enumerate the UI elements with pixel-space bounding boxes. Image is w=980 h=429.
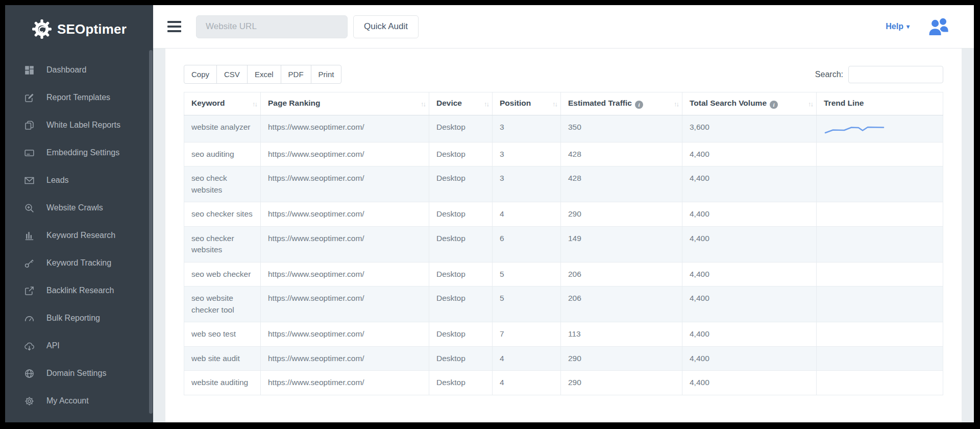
cell-position: 3 (493, 142, 561, 166)
sidebar-item-my-account[interactable]: My Account (5, 387, 153, 415)
table-row[interactable]: web site audit https://www.seoptimer.com… (184, 346, 943, 370)
table-row[interactable]: seo checker websites https://www.seoptim… (184, 226, 943, 262)
keyword-tracking-panel: CopyCSVExcelPDFPrint Search: Keyword ↑↓ … (165, 49, 962, 422)
table-row[interactable]: website auditing https://www.seoptimer.c… (184, 371, 943, 395)
cell-page-ranking: https://www.seoptimer.com/ (261, 262, 429, 286)
quick-audit-button[interactable]: Quick Audit (353, 15, 419, 38)
table-row[interactable]: seo auditing https://www.seoptimer.com/ … (184, 142, 943, 166)
sidebar-item-label: Keyword Tracking (46, 258, 111, 268)
cell-page-ranking: https://www.seoptimer.com/ (261, 371, 429, 395)
cell-trend-line (817, 226, 943, 262)
sidebar-item-embedding-settings[interactable]: Embedding Settings (5, 139, 153, 166)
sidebar-item-keyword-research[interactable]: Keyword Research (5, 222, 153, 249)
sidebar-scrollbar[interactable] (149, 50, 153, 414)
table-row[interactable]: seo checker sites https://www.seoptimer.… (184, 202, 943, 226)
cell-estimated-traffic: 290 (561, 202, 682, 226)
cell-keyword: website auditing (184, 371, 261, 395)
sort-icon[interactable]: ↑↓ (674, 100, 678, 108)
cell-keyword: web site audit (184, 346, 261, 370)
cell-estimated-traffic: 206 (561, 262, 682, 286)
export-csv-button[interactable]: CSV (216, 65, 248, 84)
table-search: Search: (815, 66, 943, 83)
cell-keyword: seo auditing (184, 142, 261, 166)
website-url-input[interactable] (196, 15, 348, 38)
cell-keyword: web seo test (184, 322, 261, 346)
sidebar-item-dashboard[interactable]: Dashboard (5, 56, 153, 84)
column-header-label: Position (500, 99, 531, 107)
help-menu[interactable]: Help ▾ (886, 22, 910, 31)
sidebar-item-white-label-reports[interactable]: White Label Reports (5, 111, 153, 139)
table-row[interactable]: seo check websites https://www.seoptimer… (184, 166, 943, 202)
sidebar-item-label: Report Templates (46, 93, 110, 102)
column-header-page-ranking[interactable]: Page Ranking ↑↓ (261, 92, 429, 115)
sort-icon[interactable]: ↑↓ (808, 100, 813, 108)
sidebar-item-domain-settings[interactable]: Domain Settings (5, 360, 153, 387)
sidebar-item-report-templates[interactable]: Report Templates (5, 84, 153, 111)
info-icon[interactable]: i (770, 101, 778, 109)
table-row[interactable]: web seo test https://www.seoptimer.com/ … (184, 322, 943, 346)
column-header-estimated-traffic[interactable]: Estimated Traffici ↑↓ (561, 92, 682, 115)
sort-icon[interactable]: ↑↓ (484, 100, 488, 108)
cell-page-ranking: https://www.seoptimer.com/ (261, 142, 429, 166)
sort-icon[interactable]: ↑↓ (252, 100, 257, 108)
sidebar-item-backlink-research[interactable]: Backlink Research (5, 277, 153, 304)
column-header-position[interactable]: Position ↑↓ (493, 92, 561, 115)
cell-trend-line (817, 346, 943, 370)
account-menu[interactable] (928, 17, 950, 36)
table-row[interactable]: website analyzer https://www.seoptimer.c… (184, 115, 943, 142)
sidebar-item-label: Dashboard (46, 65, 86, 75)
cell-position: 3 (493, 166, 561, 202)
cell-page-ranking: https://www.seoptimer.com/ (261, 226, 429, 262)
cell-total-search-volume: 4,400 (682, 371, 817, 395)
embedding-settings-icon (24, 148, 34, 158)
cell-keyword: seo web checker (184, 262, 261, 286)
export-pdf-button[interactable]: PDF (281, 65, 311, 84)
cell-estimated-traffic: 428 (561, 142, 682, 166)
column-header-label: Trend Line (824, 99, 864, 107)
sidebar-nav: Dashboard Report Templates White Label R… (5, 56, 153, 415)
sort-icon[interactable]: ↑↓ (552, 100, 557, 108)
brand[interactable]: SEOptimer (5, 5, 153, 50)
cell-total-search-volume: 4,400 (682, 322, 817, 346)
cell-estimated-traffic: 149 (561, 226, 682, 262)
column-header-keyword[interactable]: Keyword ↑↓ (184, 92, 261, 115)
column-header-device[interactable]: Device ↑↓ (429, 92, 493, 115)
help-label: Help (886, 22, 903, 31)
cell-estimated-traffic: 113 (561, 322, 682, 346)
sort-icon[interactable]: ↑↓ (421, 100, 425, 108)
sidebar-item-api[interactable]: API (5, 332, 153, 360)
cell-page-ranking: https://www.seoptimer.com/ (261, 166, 429, 202)
sidebar-item-label: Domain Settings (46, 369, 106, 378)
website-crawls-icon (24, 203, 34, 213)
cell-page-ranking: https://www.seoptimer.com/ (261, 202, 429, 226)
sidebar-item-leads[interactable]: Leads (5, 166, 153, 194)
column-header-total-search-volume[interactable]: Total Search Volumei ↑↓ (682, 92, 817, 115)
cell-position: 4 (493, 371, 561, 395)
menu-icon[interactable] (167, 21, 181, 32)
cell-device: Desktop (429, 142, 493, 166)
cell-keyword: seo website checker tool (184, 287, 261, 322)
cell-position: 5 (493, 262, 561, 286)
table-row[interactable]: seo website checker tool https://www.seo… (184, 287, 943, 322)
column-header-label: Page Ranking (268, 99, 321, 107)
info-icon[interactable]: i (635, 101, 643, 109)
column-header-trend-line[interactable]: Trend Line (817, 92, 943, 115)
sidebar-item-label: Website Crawls (46, 203, 103, 212)
keyword-research-icon (24, 231, 34, 241)
cell-keyword: website analyzer (184, 115, 261, 142)
sidebar-item-label: Backlink Research (46, 286, 114, 295)
domain-settings-icon (24, 369, 34, 378)
cell-keyword: seo check websites (184, 166, 261, 202)
export-copy-button[interactable]: Copy (184, 65, 217, 84)
topbar: Quick Audit Help ▾ (153, 5, 974, 49)
table-row[interactable]: seo web checker https://www.seoptimer.co… (184, 262, 943, 286)
export-print-button[interactable]: Print (311, 65, 342, 84)
search-input[interactable] (848, 66, 943, 83)
cell-keyword: seo checker websites (184, 226, 261, 262)
sidebar-item-bulk-reporting[interactable]: Bulk Reporting (5, 304, 153, 332)
chevron-down-icon: ▾ (906, 23, 910, 30)
sidebar-item-website-crawls[interactable]: Website Crawls (5, 194, 153, 222)
cell-total-search-volume: 4,400 (682, 202, 817, 226)
sidebar-item-keyword-tracking[interactable]: Keyword Tracking (5, 249, 153, 277)
export-excel-button[interactable]: Excel (247, 65, 281, 84)
